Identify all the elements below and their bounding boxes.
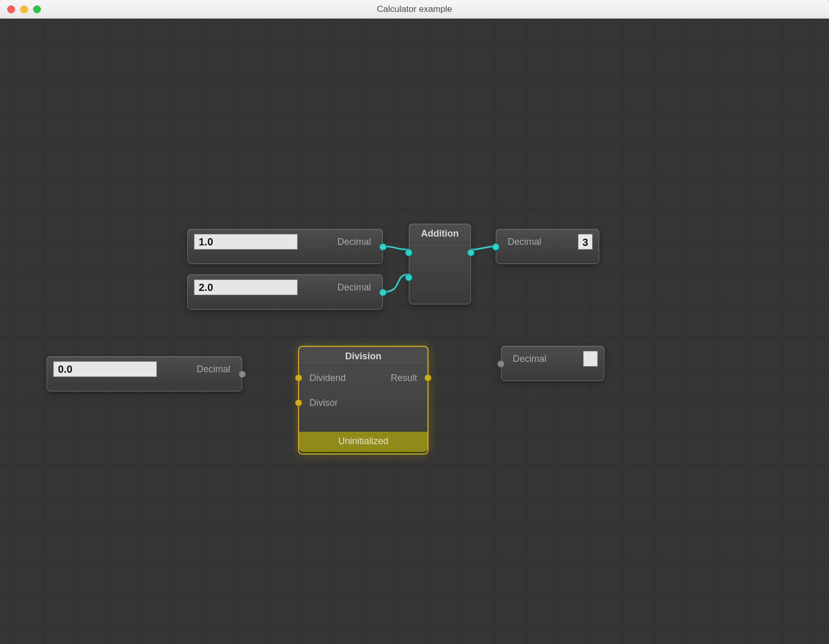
node-canvas[interactable]: Decimal Decimal Addition: [0, 19, 829, 644]
node-title: Addition: [409, 224, 470, 243]
input-port[interactable]: [497, 360, 505, 368]
connection-wires: [0, 19, 829, 644]
window-controls: [7, 5, 41, 13]
decimal-input-1-field[interactable]: [194, 234, 298, 250]
input-port-dividend[interactable]: [295, 374, 302, 382]
minimize-icon[interactable]: [20, 5, 28, 13]
divisor-label: Divisor: [309, 398, 338, 408]
node-status: Uninitialized: [299, 432, 427, 452]
input-port-label: Decimal: [513, 354, 546, 364]
output-port[interactable]: [379, 243, 387, 251]
result-label: Result: [391, 373, 417, 384]
titlebar[interactable]: Calculator example: [0, 0, 829, 19]
output-port[interactable]: [239, 371, 246, 378]
decimal-input-2-field[interactable]: [194, 280, 298, 295]
output-port[interactable]: [379, 289, 387, 296]
output-port-label: Decimal: [197, 364, 230, 375]
node-decimal-output-2[interactable]: Decimal: [501, 346, 604, 381]
decimal-input-3-field[interactable]: [53, 361, 157, 377]
input-port-b[interactable]: [405, 274, 412, 281]
node-decimal-output-1[interactable]: Decimal 3: [496, 229, 599, 264]
node-division[interactable]: Division Dividend Result Divisor Uniniti…: [298, 346, 428, 455]
node-addition[interactable]: Addition: [409, 224, 471, 304]
close-icon[interactable]: [7, 5, 15, 13]
decimal-output-2-value: [583, 351, 598, 367]
node-decimal-input-2[interactable]: Decimal: [187, 274, 383, 310]
node-title: Division: [299, 347, 427, 365]
zoom-icon[interactable]: [33, 5, 41, 13]
window-title: Calculator example: [377, 4, 452, 14]
output-port-label: Decimal: [337, 282, 371, 293]
input-port-a[interactable]: [405, 249, 412, 256]
output-port-label: Decimal: [337, 237, 371, 247]
app-window: Calculator example Decimal Decima: [0, 0, 829, 644]
output-port[interactable]: [467, 249, 475, 256]
node-decimal-input-1[interactable]: Decimal: [187, 229, 383, 264]
output-port-result[interactable]: [424, 374, 432, 382]
input-port-label: Decimal: [508, 237, 541, 247]
node-decimal-input-3[interactable]: Decimal: [47, 356, 242, 391]
input-port-divisor[interactable]: [295, 399, 302, 406]
input-port[interactable]: [492, 243, 499, 251]
decimal-output-1-value: 3: [578, 234, 593, 250]
dividend-label: Dividend: [309, 373, 346, 384]
